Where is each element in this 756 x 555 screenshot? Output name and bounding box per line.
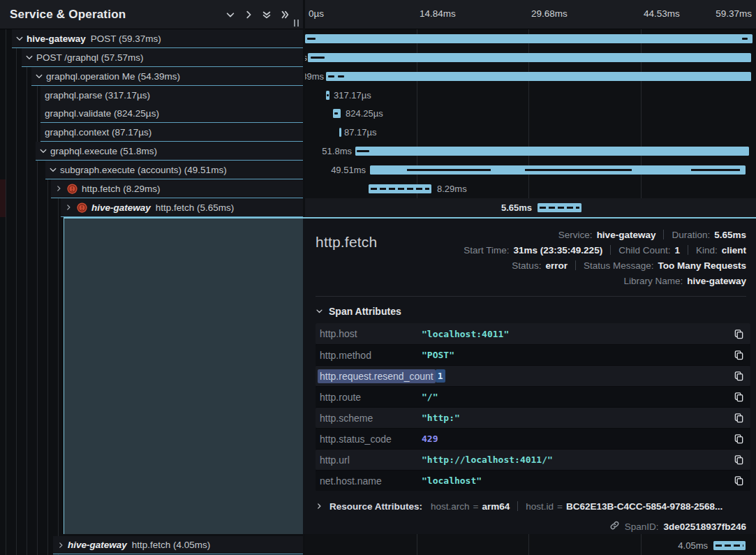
duration-label: 49.51ms <box>331 165 366 175</box>
tree-row-graphql-parse[interactable]: graphql.parse (317.17µs) <box>40 86 303 105</box>
resource-key: host.arch <box>431 501 470 512</box>
span-bar-graphql-parse[interactable] <box>326 91 329 100</box>
operation-label: POST /graphql (57.57ms) <box>36 52 144 63</box>
copy-icon[interactable] <box>732 475 745 487</box>
error-icon <box>77 202 87 213</box>
attribute-key: http.method <box>320 350 422 361</box>
chevron-down-icon[interactable] <box>48 165 57 175</box>
time-tick: 59.37ms <box>716 8 752 19</box>
span-bar-graphql-context[interactable] <box>339 128 341 137</box>
tree-row-post-graphql[interactable]: POST /graphql (57.57ms) <box>22 48 303 67</box>
span-bar-graphql-operation[interactable] <box>326 72 751 81</box>
service-name: hive-gateway <box>91 202 151 213</box>
chevron-right-icon[interactable] <box>54 184 63 193</box>
attribute-value: "http:" <box>422 413 725 423</box>
tree-row-graphql-execute[interactable]: graphql.execute (51.8ms) <box>36 142 303 161</box>
link-icon[interactable] <box>609 520 620 533</box>
attribute-value: "http://localhost:4011/" <box>422 454 725 465</box>
tree-row-graphql-operation[interactable]: graphql.operation Me (54.39ms) <box>31 67 303 86</box>
timeline-row: 8.29ms <box>305 179 756 198</box>
chevron-down-icon[interactable] <box>15 34 24 43</box>
tree-row-subgraph-execute[interactable]: subgraph.execute (accounts) (49.51ms) <box>45 161 303 179</box>
operation-label: http.fetch (8.29ms) <box>82 184 161 194</box>
equals-sign: = <box>557 501 563 512</box>
attribute-key: http.url <box>320 454 422 466</box>
operation-label: http.fetch (5.65ms) <box>156 202 235 213</box>
meta-label: Start Time: <box>464 245 509 256</box>
tree-row-http-fetch-8ms[interactable]: http.fetch (8.29ms) <box>51 179 303 198</box>
indent-guide <box>6 29 6 555</box>
copy-icon[interactable] <box>732 327 745 340</box>
resource-value: arm64 <box>482 501 510 512</box>
resource-attributes-row[interactable]: Resource Attributes: host.arch = arm64 h… <box>316 498 746 515</box>
span-title: http.fetch <box>316 227 377 251</box>
chevron-down-icon[interactable] <box>24 53 34 62</box>
tree-row-graphql-validate[interactable]: graphql.validate (824.25µs) <box>40 104 303 123</box>
attribute-key: http.host <box>320 328 422 339</box>
chevron-down-icon[interactable] <box>38 147 47 156</box>
meta-label: Child Count: <box>618 245 670 256</box>
duration-label: 54.39ms <box>305 71 324 82</box>
attribute-key: http.request.resend_count <box>318 369 436 383</box>
span-bar-graphql-validate[interactable] <box>333 109 341 118</box>
chevron-right-icon[interactable] <box>56 540 65 549</box>
copy-icon[interactable] <box>732 433 745 445</box>
time-tick: 14.84ms <box>420 8 456 19</box>
attribute-row: http.url "http://localhost:4011/" <box>316 449 750 470</box>
service-name: hive-gateway <box>68 540 127 550</box>
panel-resize-handle[interactable] <box>294 20 299 27</box>
tree-row-http-fetch-5ms-selected[interactable]: hive-gateway http.fetch (5.65ms) <box>61 198 303 217</box>
operation-label: graphql.context (87.17µs) <box>40 127 151 138</box>
chevron-down-icon[interactable] <box>34 72 43 81</box>
timeline-row: 51.8ms <box>305 142 756 161</box>
collapse-one-icon[interactable] <box>225 9 236 20</box>
operation-label: graphql.parse (317.17µs) <box>40 90 150 101</box>
attribute-value: 429 <box>422 434 725 444</box>
meta-label: Status Message: <box>584 260 654 271</box>
span-detail-panel: http.fetch Service: hive-gateway Duratio… <box>303 219 756 534</box>
left-header: Service & Operation <box>0 0 303 29</box>
collapse-all-icon[interactable] <box>261 9 272 20</box>
tree-row-http-fetch-4ms[interactable]: hive-gateway http.fetch (4.05ms) <box>53 536 303 554</box>
operation-label: graphql.validate (824.25µs) <box>40 108 159 119</box>
panel-title: Service & Operation <box>10 8 126 22</box>
indent-guide <box>37 29 38 555</box>
attribute-row: http.host "localhost:4011" <box>316 323 750 344</box>
span-bar-graphql-execute[interactable] <box>355 147 749 156</box>
copy-icon[interactable] <box>732 454 745 466</box>
expand-all-icon[interactable] <box>279 9 290 20</box>
span-bar-http-fetch-4ms[interactable] <box>713 541 746 550</box>
span-meta: Service: hive-gateway Duration: 5.65ms S… <box>464 227 746 288</box>
attribute-value: "/" <box>422 392 725 402</box>
span-attributes-header[interactable]: Span Attributes <box>316 306 746 317</box>
divider <box>316 296 746 297</box>
meta-value: hive-gateway <box>597 230 656 240</box>
copy-icon[interactable] <box>732 412 745 424</box>
meta-value: client <box>722 245 746 256</box>
tree-row-graphql-context[interactable]: graphql.context (87.17µs) <box>40 123 303 142</box>
copy-icon[interactable] <box>732 370 745 383</box>
span-bar-subgraph-execute[interactable] <box>370 165 746 175</box>
span-bar-post-graphql[interactable] <box>308 53 751 62</box>
resource-key: host.id <box>526 501 554 512</box>
attribute-value: "localhost" <box>422 475 725 486</box>
expand-one-icon[interactable] <box>243 9 254 20</box>
copy-icon[interactable] <box>732 391 745 404</box>
meta-label: Status: <box>512 260 541 271</box>
copy-icon[interactable] <box>732 349 745 362</box>
error-row-flag <box>0 198 6 217</box>
span-bar-root[interactable] <box>305 34 753 43</box>
meta-label: Duration: <box>672 230 710 240</box>
span-id-row: SpanID: 3de02518937fb246 <box>316 519 746 534</box>
span-attributes-table: http.host "localhost:4011" http.method "… <box>316 323 750 491</box>
span-bar-http-fetch-8ms[interactable] <box>369 184 431 193</box>
duration-label: 824.25µs <box>346 108 383 119</box>
span-bar-http-fetch-5ms[interactable] <box>538 203 581 212</box>
attribute-key: http.scheme <box>320 413 422 424</box>
tree-row-root-span[interactable]: hive-gateway POST (59.37ms) <box>12 29 303 48</box>
operation-label: subgraph.execute (accounts) (49.51ms) <box>60 165 227 175</box>
meta-value: hive-gateway <box>687 276 746 286</box>
operation-label: POST (59.37ms) <box>91 34 161 44</box>
chevron-right-icon[interactable] <box>64 203 73 212</box>
meta-label: Library Name: <box>623 276 683 286</box>
